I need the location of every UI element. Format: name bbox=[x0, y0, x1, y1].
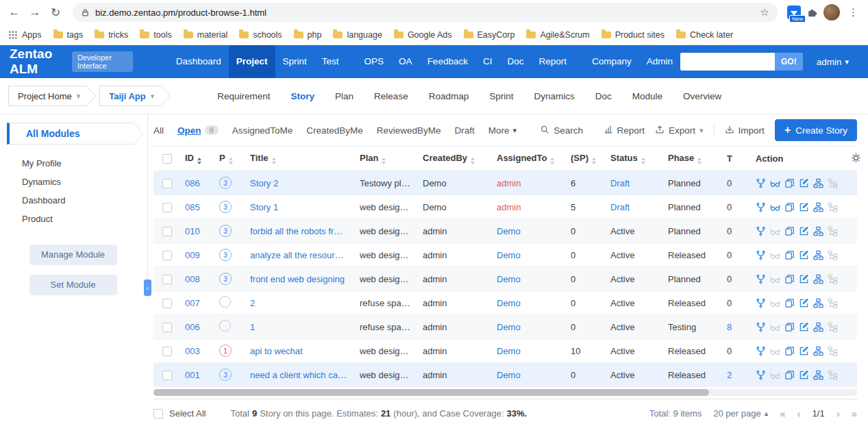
change-icon[interactable] bbox=[756, 178, 766, 188]
refresh-icon[interactable]: ↻ bbox=[48, 5, 63, 20]
assigned-to[interactable]: admin bbox=[493, 195, 567, 219]
row-checkbox[interactable] bbox=[162, 347, 172, 356]
profile-avatar[interactable] bbox=[823, 4, 840, 21]
header-nav-feedback[interactable]: Feedback bbox=[420, 45, 475, 78]
header-nav-sprint[interactable]: Sprint bbox=[275, 45, 314, 78]
edit-icon[interactable] bbox=[799, 370, 809, 380]
row-checkbox[interactable] bbox=[162, 275, 172, 284]
edit-icon[interactable] bbox=[799, 298, 809, 308]
assigned-to[interactable]: admin bbox=[493, 171, 567, 195]
all-modules-header[interactable]: All Modules bbox=[7, 123, 134, 145]
sidebar-collapse-handle[interactable] bbox=[144, 279, 151, 296]
copy-icon[interactable] bbox=[784, 202, 795, 212]
story-title-link[interactable]: analyze all the resour… bbox=[250, 250, 344, 260]
subnav-doc[interactable]: Doc bbox=[595, 91, 612, 101]
row-checkbox[interactable] bbox=[162, 203, 172, 212]
bookmark-folder[interactable]: tags bbox=[53, 30, 84, 40]
col-p[interactable]: P bbox=[215, 147, 246, 171]
story-title-link[interactable]: forbid all the robots fr… bbox=[250, 226, 343, 236]
subnav-plan[interactable]: Plan bbox=[335, 91, 354, 101]
assigned-to[interactable]: Demo bbox=[493, 363, 567, 387]
change-icon[interactable] bbox=[756, 274, 766, 284]
story-title-link[interactable]: Story 2 bbox=[250, 178, 278, 188]
header-nav-test[interactable]: Test bbox=[314, 45, 347, 78]
row-checkbox[interactable] bbox=[162, 323, 172, 332]
header-nav-project[interactable]: Project bbox=[229, 45, 275, 78]
col-status[interactable]: Status bbox=[606, 147, 664, 171]
header-nav-doc[interactable]: Doc bbox=[499, 45, 531, 78]
per-page-select[interactable]: 20 per page bbox=[713, 408, 768, 419]
row-checkbox[interactable] bbox=[162, 299, 172, 308]
bookmark-folder[interactable]: EasyCorp bbox=[464, 30, 515, 40]
export-button[interactable]: Export bbox=[655, 125, 704, 136]
tab-more[interactable]: More bbox=[488, 125, 517, 136]
header-search-input[interactable] bbox=[680, 53, 775, 71]
subdivide-icon[interactable] bbox=[813, 298, 823, 308]
edit-icon[interactable] bbox=[799, 178, 809, 188]
copy-icon[interactable] bbox=[784, 346, 795, 356]
change-icon[interactable] bbox=[756, 346, 766, 356]
create-story-button[interactable]: Create Story bbox=[775, 119, 857, 141]
forward-icon[interactable]: → bbox=[27, 5, 42, 19]
breadcrumb-current-project[interactable]: Taiji App bbox=[99, 86, 161, 106]
story-title-link[interactable]: 1 bbox=[250, 322, 255, 332]
subdivide-icon[interactable] bbox=[813, 370, 823, 380]
bookmark-folder[interactable]: php bbox=[294, 30, 322, 40]
header-nav-dashboard[interactable]: Dashboard bbox=[169, 45, 229, 78]
change-icon[interactable] bbox=[756, 370, 766, 380]
bookmark-folder[interactable]: schools bbox=[239, 30, 282, 40]
copy-icon[interactable] bbox=[784, 298, 795, 308]
column-settings-gear-icon[interactable] bbox=[851, 153, 861, 166]
header-nav-report[interactable]: Report bbox=[531, 45, 574, 78]
subdivide-icon[interactable] bbox=[813, 274, 823, 284]
next-page-icon[interactable] bbox=[836, 408, 840, 419]
copy-icon[interactable] bbox=[784, 226, 795, 236]
row-checkbox[interactable] bbox=[162, 371, 172, 380]
story-title-link[interactable]: 2 bbox=[250, 298, 255, 308]
import-button[interactable]: Import bbox=[725, 125, 765, 136]
case-count[interactable]: 8 bbox=[723, 315, 752, 339]
edit-icon[interactable] bbox=[799, 202, 809, 212]
bookmark-folder[interactable]: Check later bbox=[676, 30, 733, 40]
change-icon[interactable] bbox=[756, 322, 766, 332]
brand-logo[interactable]: Zentao ALM bbox=[10, 47, 66, 77]
prev-page-icon[interactable] bbox=[797, 408, 801, 419]
col-title[interactable]: Title bbox=[246, 147, 356, 171]
assigned-to[interactable]: Demo bbox=[493, 243, 567, 267]
col-createdby[interactable]: CreatedBy bbox=[419, 147, 493, 171]
copy-icon[interactable] bbox=[784, 274, 795, 284]
scrollbar-thumb[interactable] bbox=[153, 389, 709, 396]
browser-menu-icon[interactable]: ⋮ bbox=[845, 6, 861, 18]
copy-icon[interactable] bbox=[784, 250, 795, 260]
tab-reviewedbyme[interactable]: ReviewedByMe bbox=[377, 125, 441, 136]
col-plan[interactable]: Plan bbox=[356, 147, 419, 171]
tab-open[interactable]: Open9 bbox=[177, 125, 219, 136]
change-icon[interactable] bbox=[756, 250, 766, 260]
sidebar-item-dynamics[interactable]: Dynamics bbox=[7, 173, 139, 191]
last-page-icon[interactable] bbox=[852, 408, 857, 419]
review-icon[interactable] bbox=[770, 178, 780, 188]
change-icon[interactable] bbox=[756, 202, 766, 212]
subdivide-icon[interactable] bbox=[813, 178, 823, 188]
story-title-link[interactable]: need a client which ca… bbox=[250, 370, 347, 380]
edit-icon[interactable] bbox=[799, 274, 809, 284]
subnav-roadmap[interactable]: Roadmap bbox=[429, 91, 469, 101]
change-icon[interactable] bbox=[756, 298, 766, 308]
case-count[interactable]: 2 bbox=[723, 363, 752, 387]
subnav-overview[interactable]: Overview bbox=[683, 91, 721, 101]
story-title-link[interactable]: api to wechat bbox=[250, 346, 303, 356]
copy-icon[interactable] bbox=[784, 370, 795, 380]
copy-icon[interactable] bbox=[784, 322, 795, 332]
tab-draft[interactable]: Draft bbox=[455, 125, 475, 136]
bookmark-star-icon[interactable]: ☆ bbox=[760, 6, 769, 18]
row-checkbox[interactable] bbox=[162, 227, 172, 236]
subnav-release[interactable]: Release bbox=[374, 91, 408, 101]
edit-icon[interactable] bbox=[799, 322, 809, 332]
bookmark-folder[interactable]: Agile&Scrum bbox=[526, 30, 589, 40]
apps-shortcut[interactable]: Apps bbox=[8, 30, 42, 40]
row-checkbox[interactable] bbox=[162, 251, 172, 260]
bookmark-folder[interactable]: tools bbox=[140, 30, 171, 40]
col-assignedto[interactable]: AssignedTo bbox=[493, 147, 567, 171]
user-menu[interactable]: admin bbox=[817, 57, 849, 67]
story-title-link[interactable]: front end web designing bbox=[250, 274, 345, 284]
